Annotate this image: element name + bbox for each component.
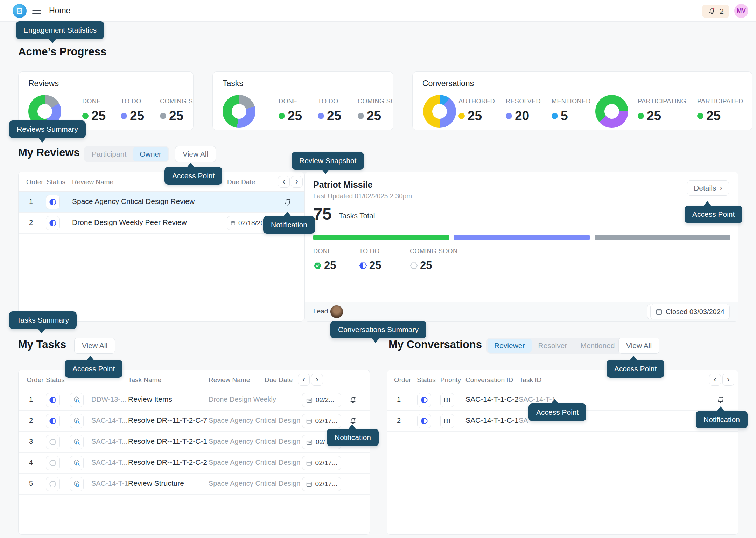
toggle-owner[interactable]: Owner: [133, 147, 168, 161]
legend-todo: TO DO 25: [121, 98, 144, 123]
review-title: Patriot Missile: [313, 180, 373, 190]
notification-count: 2: [720, 7, 724, 15]
calendar-icon: [231, 220, 236, 227]
table-row[interactable]: 5 SAC-14-T-1 Review Structure Space Agen…: [19, 474, 370, 495]
status-in-progress-icon: [46, 414, 60, 428]
table-row[interactable]: 2 SAC-14-T... Resolve DR--11-T-2-C-7 Spa…: [19, 411, 370, 432]
tab-resolver[interactable]: Resolver: [532, 339, 574, 353]
calendar-icon: [306, 418, 313, 425]
tab-mentioned[interactable]: Mentioned: [574, 339, 621, 353]
legend-resolved: RESOLVED 20: [506, 98, 541, 123]
progress-segment-todo: [454, 235, 590, 240]
due-date-chip: 02/17...: [302, 477, 341, 491]
due-date-chip: 02/17...: [302, 414, 341, 428]
task-search-icon[interactable]: [70, 393, 84, 407]
clipboard-check-icon: [16, 7, 23, 15]
chevron-left-icon[interactable]: ‹: [709, 374, 721, 386]
tasks-stat-card: Tasks DONE 25 TO DO 25 COMING SOON 25: [212, 71, 393, 130]
status-in-progress-icon: [417, 414, 431, 428]
reviews-view-all-button[interactable]: View All: [175, 146, 216, 162]
legend-mentioned: MENTIONED 5: [552, 98, 591, 123]
tasks-view-all-button[interactable]: View All: [74, 338, 115, 354]
callout-tasks-summary: Tasks Summary: [9, 311, 77, 329]
priority-high-icon: !!!: [440, 414, 454, 428]
green-dot-icon: [697, 113, 704, 119]
callout-access-point-tasks: Access Point: [65, 360, 122, 378]
tab-reviewer[interactable]: Reviewer: [488, 339, 532, 353]
chevron-right-icon[interactable]: ›: [722, 374, 734, 386]
tasks-total-label: Tasks Total: [339, 212, 375, 220]
done-hexagon-icon: [313, 261, 322, 270]
snapshot-stat-done: DONE 25: [313, 248, 336, 272]
conversations-view-all-button[interactable]: View All: [618, 338, 659, 354]
in-progress-hexagon-icon: [359, 262, 367, 270]
notifications-button[interactable]: 2: [702, 5, 729, 18]
status-in-progress-icon: [46, 216, 60, 230]
task-search-icon[interactable]: [70, 414, 84, 428]
snapshot-stat-todo: TO DO 25: [359, 248, 381, 272]
conversations-table: Order Status Priority Conversation ID Ta…: [387, 370, 738, 535]
legend-participating: PARTICIPATING 25: [638, 98, 686, 123]
blue-dot-icon: [506, 113, 512, 119]
legend-participated: PARTICIPATED 25: [697, 98, 743, 123]
calendar-icon: [306, 460, 313, 467]
bell-icon: [708, 7, 716, 15]
app-logo[interactable]: [13, 4, 27, 18]
calendar-icon: [656, 308, 663, 315]
table-row[interactable]: 1 DDW-13-... Review Items Drone Design W…: [19, 389, 370, 411]
chevron-left-icon[interactable]: ‹: [278, 176, 290, 188]
page-title: Home: [49, 6, 70, 15]
toggle-participant[interactable]: Participant: [85, 147, 133, 161]
task-search-icon[interactable]: [70, 477, 84, 491]
callout-access-point-conversations-viewall: Access Point: [607, 360, 664, 378]
card-title: Reviews: [28, 79, 59, 88]
gray-dot-icon: [160, 113, 166, 119]
card-title: Tasks: [223, 79, 243, 88]
table-row[interactable]: 1 Space Agency Critical Design Review: [19, 192, 304, 213]
participation-donut-chart: [595, 95, 628, 128]
row-bell-icon[interactable]: [283, 198, 292, 207]
blue-dot-icon: [318, 113, 324, 119]
my-tasks-heading: My Tasks: [18, 338, 66, 351]
callout-access-point-conversation-row: Access Point: [528, 404, 586, 421]
chevron-right-icon[interactable]: ›: [291, 176, 303, 188]
legend-done: DONE 25: [279, 98, 302, 123]
dashboard-page: Home 2 MV Acme’s Progress Reviews DONE 2…: [0, 0, 756, 538]
callout-notification-reviews: Notification: [263, 216, 315, 234]
lead-avatar[interactable]: [330, 305, 343, 318]
calendar-icon: [306, 481, 313, 488]
tasks-total-value: 75: [313, 204, 331, 223]
menu-icon[interactable]: [32, 8, 41, 14]
task-search-icon[interactable]: [70, 435, 84, 449]
status-in-progress-icon: [46, 195, 60, 209]
row-bell-icon[interactable]: [349, 395, 358, 405]
callout-access-point-details: Access Point: [685, 206, 742, 223]
reviews-table: Order Status Review Name Due Date ‹ › 1 …: [18, 172, 304, 322]
my-reviews-heading: My Reviews: [18, 146, 80, 159]
details-button[interactable]: Details ›: [687, 180, 729, 196]
card-title: Conversations: [422, 79, 474, 88]
green-dot-icon: [82, 113, 89, 119]
table-row[interactable]: 2 Drone Design Weekly Peer Review 02/18/…: [19, 213, 304, 234]
status-todo-icon: [46, 435, 60, 449]
chevron-right-icon: ›: [720, 184, 722, 193]
todo-hexagon-icon: [410, 262, 418, 270]
tasks-table: Order Status Task Name Review Name Due D…: [18, 370, 370, 535]
callout-conversations-summary: Conversations Summary: [330, 321, 426, 338]
status-todo-icon: [46, 477, 60, 491]
row-bell-icon[interactable]: [716, 395, 725, 405]
task-search-icon[interactable]: [70, 456, 84, 470]
legend-coming-soon: COMING SOON 25: [358, 98, 393, 123]
due-date-chip: 02/2...: [302, 393, 341, 407]
table-row[interactable]: 3 SAC-14-T... Resolve DR--11-T-2-C-1 Spa…: [19, 432, 370, 453]
table-row[interactable]: 4 SAC-14-T... Resolve DR--11-T-2-C-2 Spa…: [19, 453, 370, 474]
reviews-table-header: Order Status Review Name Due Date ‹ ›: [19, 172, 304, 192]
user-avatar[interactable]: MV: [734, 4, 748, 18]
cyan-dot-icon: [552, 113, 558, 119]
chevron-right-icon[interactable]: ›: [311, 374, 323, 386]
chevron-left-icon[interactable]: ‹: [298, 374, 310, 386]
progress-segment-done: [313, 235, 449, 240]
status-in-progress-icon: [417, 393, 431, 407]
gray-dot-icon: [358, 113, 364, 119]
conversations-donut-chart: [423, 95, 456, 128]
